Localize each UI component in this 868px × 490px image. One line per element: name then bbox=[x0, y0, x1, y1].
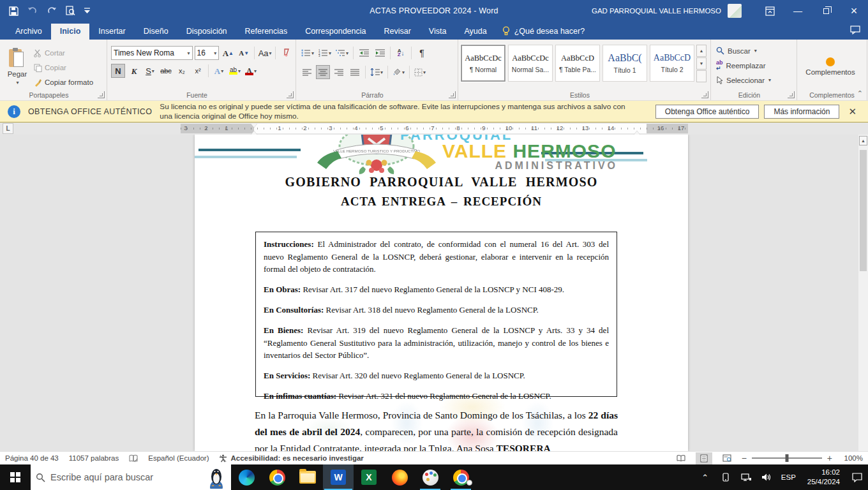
minimize-button[interactable]: — bbox=[784, 0, 812, 22]
hanging-indent-marker[interactable] bbox=[251, 128, 257, 135]
ribbon-display-options-icon[interactable] bbox=[756, 0, 784, 22]
style-titulo2[interactable]: AaBbCcD Título 2 bbox=[650, 45, 694, 82]
taskbar-file-explorer[interactable] bbox=[292, 464, 323, 490]
tab-correspondencia[interactable]: Correspondencia bbox=[296, 24, 375, 40]
get-office-button[interactable]: Obtenga Office auténtico bbox=[655, 105, 760, 119]
comments-icon[interactable] bbox=[850, 26, 860, 34]
zoom-in-icon[interactable]: + bbox=[827, 453, 832, 463]
bullets-button[interactable]: ▾ bbox=[300, 46, 315, 60]
shrink-font-button[interactable]: A▼ bbox=[237, 46, 251, 60]
taskbar-search[interactable] bbox=[31, 464, 231, 490]
show-marks-button[interactable]: ¶ bbox=[415, 46, 429, 60]
document-page[interactable]: VALLE HERMOSO TURISTICO Y PRODUCTIVO PAR… bbox=[195, 135, 688, 451]
superscript-button[interactable]: x² bbox=[191, 64, 205, 78]
tray-clock[interactable]: 16:02 25/4/2024 bbox=[802, 468, 845, 487]
font-size-combo[interactable]: 16▾ bbox=[195, 46, 220, 60]
styles-scroll-up[interactable]: ▲ bbox=[696, 45, 707, 57]
bold-button[interactable]: N bbox=[111, 64, 125, 78]
web-layout-button[interactable] bbox=[719, 452, 735, 464]
redo-icon[interactable] bbox=[47, 6, 57, 15]
collapse-ribbon-icon[interactable]: ⌃ bbox=[857, 89, 863, 98]
proofing-icon[interactable] bbox=[129, 454, 138, 463]
word-count[interactable]: 11057 palabras bbox=[69, 454, 119, 462]
account-name[interactable]: GAD PARROQUIAL VALLE HERMOSO bbox=[592, 7, 721, 15]
align-center-button[interactable] bbox=[316, 65, 330, 79]
copy-button[interactable]: Copiar bbox=[32, 61, 95, 75]
italic-button[interactable]: K bbox=[127, 64, 141, 78]
tray-chevron-icon[interactable]: ⌃ bbox=[697, 464, 714, 490]
tab-vista[interactable]: Vista bbox=[420, 24, 456, 40]
addins-button[interactable]: Complementos bbox=[800, 43, 861, 89]
paragraph-dialog-launcher[interactable] bbox=[449, 91, 456, 98]
font-family-combo[interactable]: Times New Roma▾ bbox=[111, 46, 193, 60]
right-indent-marker[interactable] bbox=[634, 128, 640, 135]
accessibility-status[interactable]: Accesibilidad: es necesario investigar bbox=[219, 454, 363, 463]
style-normal[interactable]: AaBbCcDc ¶ Normal bbox=[461, 45, 505, 82]
tab-insertar[interactable]: Insertar bbox=[89, 24, 134, 40]
styles-more[interactable]: ▼ bbox=[696, 70, 707, 82]
borders-button[interactable]: ▾ bbox=[413, 65, 427, 79]
instructions-box[interactable]: Instrucciones: El Administrador del cont… bbox=[255, 232, 617, 397]
tablet-mode-icon[interactable] bbox=[717, 464, 734, 490]
multilevel-list-button[interactable]: ▾ bbox=[334, 46, 350, 60]
taskbar-excel[interactable]: X bbox=[354, 464, 384, 490]
taskbar-edge[interactable] bbox=[231, 464, 262, 490]
tab-ayuda[interactable]: Ayuda bbox=[455, 24, 495, 40]
keyboard-language[interactable]: ESP bbox=[779, 473, 798, 481]
font-color-button[interactable]: A▾ bbox=[244, 64, 258, 78]
scrollbar-thumb[interactable] bbox=[860, 150, 867, 271]
more-info-button[interactable]: Más información bbox=[764, 105, 839, 119]
taskbar-chrome[interactable] bbox=[262, 464, 292, 490]
clear-formatting-button[interactable] bbox=[279, 46, 293, 60]
body-paragraph[interactable]: En la Parroquia Valle Hermoso, Provincia… bbox=[255, 407, 618, 451]
account-avatar[interactable] bbox=[728, 4, 742, 18]
tab-diseno[interactable]: Diseño bbox=[135, 24, 177, 40]
line-spacing-button[interactable]: ▾ bbox=[369, 65, 384, 79]
align-left-button[interactable] bbox=[300, 65, 314, 79]
numbering-button[interactable]: 123▾ bbox=[317, 46, 333, 60]
tab-disposicion[interactable]: Disposición bbox=[177, 24, 236, 40]
select-button[interactable]: Seleccionar▾ bbox=[714, 73, 794, 87]
change-case-button[interactable]: Aa▾ bbox=[258, 46, 272, 60]
styles-dialog-launcher[interactable] bbox=[701, 91, 708, 98]
zoom-track[interactable] bbox=[752, 457, 822, 459]
underline-button[interactable]: S▾ bbox=[143, 64, 157, 78]
find-button[interactable]: Buscar▾ bbox=[714, 43, 794, 58]
print-preview-icon[interactable] bbox=[66, 6, 75, 16]
tell-me-box[interactable]: ¿Qué desea hacer? bbox=[496, 26, 592, 40]
customize-qat-icon[interactable] bbox=[84, 8, 90, 14]
align-right-button[interactable] bbox=[332, 65, 346, 79]
paste-button[interactable]: Pegar ▾ bbox=[3, 43, 32, 89]
style-normal-sa[interactable]: AaBbCcDc Normal Sa... bbox=[508, 45, 553, 82]
tab-selector[interactable]: L bbox=[3, 123, 13, 134]
tab-revisar[interactable]: Revisar bbox=[375, 24, 419, 40]
start-button[interactable] bbox=[0, 464, 31, 490]
shading-button[interactable]: ▾ bbox=[391, 65, 406, 79]
grow-font-button[interactable]: A▲ bbox=[221, 46, 235, 60]
format-painter-button[interactable]: Copiar formato bbox=[32, 75, 95, 89]
style-table-pa[interactable]: AaBbCcD ¶ Table Pa... bbox=[555, 45, 600, 82]
zoom-slider[interactable]: − + bbox=[742, 453, 832, 463]
clipboard-dialog-launcher[interactable] bbox=[98, 91, 105, 98]
volume-icon[interactable] bbox=[758, 464, 775, 490]
read-mode-button[interactable] bbox=[673, 452, 689, 464]
zoom-thumb[interactable] bbox=[785, 454, 788, 462]
style-titulo1[interactable]: AaBbC( Título 1 bbox=[602, 45, 647, 82]
sort-button[interactable]: AZ↓ bbox=[394, 46, 408, 60]
taskbar-firefox[interactable] bbox=[384, 464, 415, 490]
search-input[interactable] bbox=[50, 472, 202, 482]
tab-referencias[interactable]: Referencias bbox=[236, 24, 297, 40]
tab-archivo[interactable]: Archivo bbox=[6, 24, 51, 40]
edit-dialog-launcher[interactable] bbox=[788, 91, 795, 98]
save-icon[interactable] bbox=[9, 6, 19, 16]
cut-button[interactable]: Cortar bbox=[32, 46, 95, 60]
scroll-up-icon[interactable]: ▲ bbox=[859, 136, 867, 145]
replace-button[interactable]: ab↵ Reemplazar bbox=[714, 58, 794, 73]
strikethrough-button[interactable]: abc bbox=[159, 64, 173, 78]
tab-inicio[interactable]: Inicio bbox=[51, 24, 90, 40]
font-dialog-launcher[interactable] bbox=[287, 91, 294, 98]
language-indicator[interactable]: Español (Ecuador) bbox=[148, 454, 209, 462]
text-effects-button[interactable]: A▾ bbox=[212, 64, 226, 78]
action-center-icon[interactable] bbox=[849, 464, 865, 490]
ruler[interactable]: 32112345678910111213141617 bbox=[181, 124, 688, 133]
